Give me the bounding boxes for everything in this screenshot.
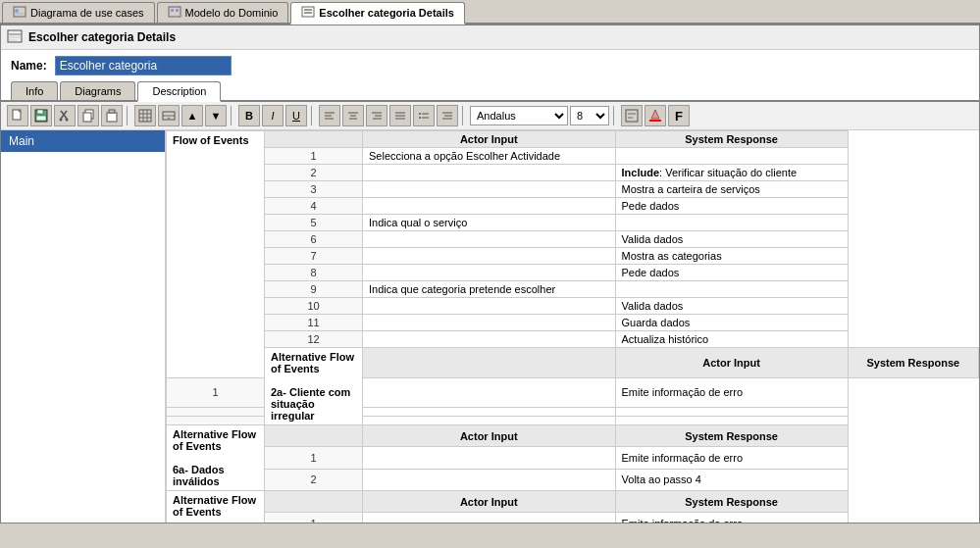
svg-point-21 [66, 119, 69, 122]
font-bold-button[interactable]: F [668, 105, 690, 126]
sidebar-item-main[interactable]: Main [1, 130, 165, 152]
move-up-button[interactable]: ▲ [181, 105, 203, 126]
italic-button[interactable]: I [262, 105, 284, 126]
tab-diagrams[interactable]: Diagrams [60, 81, 135, 100]
alt3-row-1: 1 Emite informação de erro [167, 513, 979, 523]
name-input[interactable] [55, 56, 232, 75]
main-row-4: 4 Pede dados [167, 198, 979, 215]
format-icon [625, 109, 639, 123]
paste-icon [105, 109, 119, 123]
alt3-system-header: System Response [615, 491, 848, 513]
name-label: Name: [11, 59, 47, 73]
list-button[interactable] [413, 105, 435, 126]
alt1-system-header: System Response [848, 348, 978, 378]
indent-icon [441, 110, 453, 122]
align-justify-icon [394, 110, 406, 122]
tab-escolher-label: Escolher categoria Details [319, 7, 454, 19]
svg-text:+: + [167, 115, 171, 121]
tab-info[interactable]: Info [11, 81, 58, 100]
new-button[interactable] [7, 105, 28, 126]
tab-modelo[interactable]: Modelo do Dominio [157, 2, 289, 23]
align-right-button[interactable] [366, 105, 387, 126]
title-icon [7, 29, 23, 45]
title-text: Escolher categoria Details [28, 30, 176, 44]
alt2-actor-header: Actor Input [363, 425, 616, 447]
main-row-9: 9 Indica que categoria pretende escolher [167, 281, 979, 298]
separator-3 [311, 106, 315, 125]
svg-rect-4 [171, 9, 174, 12]
tab-diagrama[interactable]: Diagrama de use cases [2, 2, 155, 23]
save-icon [34, 109, 48, 123]
main-row-12: 12 Actualiza histórico [167, 331, 979, 348]
diagrama-icon [13, 6, 26, 20]
color-icon [648, 109, 662, 123]
alt1-actor-header: Actor Input [615, 348, 848, 378]
main-header-row: Flow of Events Actor Input System Respon… [167, 131, 979, 148]
table-button[interactable] [134, 105, 156, 126]
main-row-1: 1 Selecciona a opção Escolher Actividade [167, 148, 979, 165]
actor-input-header: Actor Input [363, 131, 616, 148]
align-left-icon [324, 110, 335, 122]
svg-rect-5 [176, 9, 179, 12]
font-select[interactable]: Andalus Arial Times New Roman [470, 106, 568, 125]
align-center-button[interactable] [342, 105, 364, 126]
row-insert-button[interactable]: + [158, 105, 180, 126]
main-row-7: 7 Mostra as categorias [167, 248, 979, 265]
bold-button[interactable]: B [238, 105, 260, 126]
svg-point-46 [419, 113, 421, 115]
tab-diagrama-label: Diagrama de use cases [30, 7, 144, 19]
svg-rect-23 [83, 113, 91, 122]
alt3-header-row: Alternative Flow of Events10a- Dados inv… [167, 491, 979, 513]
alt3-actor-header: Actor Input [363, 491, 616, 513]
indent-button[interactable] [437, 105, 458, 126]
main-row-2: 2 Include: Verificar situação do cliente [167, 165, 979, 181]
color-button[interactable] [645, 105, 666, 126]
separator-2 [231, 106, 234, 125]
title-bar: Escolher categoria Details [1, 25, 979, 50]
separator-4 [462, 106, 466, 125]
alt1-section-label: Alternative Flow of Events2a- Cliente co… [265, 348, 363, 425]
table-area[interactable]: Flow of Events Actor Input System Respon… [166, 130, 979, 523]
svg-rect-53 [626, 110, 638, 122]
escolher-icon [301, 6, 315, 20]
list-icon [418, 110, 430, 122]
flow-table: Flow of Events Actor Input System Respon… [166, 130, 979, 523]
name-row: Name: [1, 50, 979, 81]
alt2-header-row: Alternative Flow of Events6a- Dados invá… [167, 425, 979, 447]
main-row-3: 3 Mostra a carteira de serviços [167, 181, 979, 198]
toolbar: + ▲ ▼ B I U [1, 102, 979, 130]
svg-rect-24 [107, 113, 117, 122]
alt2-row-2: 2 Volta ao passo 4 [167, 469, 979, 490]
svg-rect-6 [302, 7, 314, 17]
top-tab-bar: Diagrama de use cases Modelo do Dominio … [0, 0, 980, 25]
alt2-section-label: Alternative Flow of Events6a- Dados invá… [167, 425, 265, 491]
svg-rect-25 [109, 110, 115, 113]
copy-button[interactable] [77, 105, 99, 126]
paste-button[interactable] [101, 105, 123, 126]
tab-escolher[interactable]: Escolher categoria Details [290, 2, 465, 25]
save-button[interactable] [30, 105, 52, 126]
align-justify-button[interactable] [389, 105, 411, 126]
svg-rect-3 [169, 7, 181, 17]
svg-point-20 [60, 119, 63, 122]
sidebar: Main [1, 130, 166, 523]
main-container: Escolher categoria Details Name: Info Di… [0, 25, 980, 523]
main-row-6: 6 Valida dados [167, 231, 979, 248]
cut-button[interactable] [54, 105, 76, 126]
format-button[interactable] [621, 105, 643, 126]
tab-description[interactable]: Description [137, 81, 221, 102]
system-response-header: System Response [615, 131, 848, 148]
svg-marker-56 [651, 110, 659, 119]
svg-point-48 [419, 117, 421, 119]
modelo-icon [168, 6, 181, 20]
new-icon [11, 109, 25, 123]
underline-button[interactable]: U [285, 105, 307, 126]
main-row-11: 11 Guarda dados [167, 315, 979, 331]
separator-5 [613, 106, 617, 125]
separator-1 [127, 106, 130, 125]
svg-rect-16 [37, 110, 43, 114]
move-down-button[interactable]: ▼ [205, 105, 227, 126]
align-left-button[interactable] [319, 105, 340, 126]
inner-tab-bar: Info Diagrams Description [1, 81, 979, 102]
size-select[interactable]: 8 9 10 12 [570, 106, 609, 125]
